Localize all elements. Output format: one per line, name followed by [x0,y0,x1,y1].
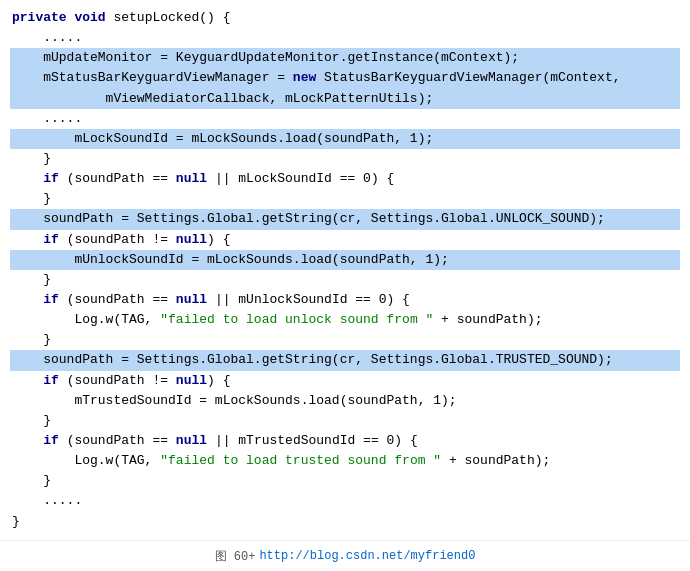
code-line-25: ..... [10,491,680,511]
code-line-4: mStatusBarKeyguardViewManager = new Stat… [10,68,680,88]
code-container: private void setupLocked() { ..... mUpda… [0,0,690,540]
code-line-23: Log.w(TAG, "failed to load trusted sound… [10,451,680,471]
code-line-9: if (soundPath == null || mLockSoundId ==… [10,169,680,189]
code-line-8: } [10,149,680,169]
code-line-11: soundPath = Settings.Global.getString(cr… [10,209,680,229]
code-line-22: if (soundPath == null || mTrustedSoundId… [10,431,680,451]
footer: 图 60+ http://blog.csdn.net/myfriend0 [0,540,690,571]
code-line-15: if (soundPath == null || mUnlockSoundId … [10,290,680,310]
code-line-2: ..... [10,28,680,48]
code-line-26: } [10,512,680,532]
code-line-18: soundPath = Settings.Global.getString(cr… [10,350,680,370]
code-line-20: mTrustedSoundId = mLockSounds.load(sound… [10,391,680,411]
code-line-16: Log.w(TAG, "failed to load unlock sound … [10,310,680,330]
code-line-21: } [10,411,680,431]
code-line-12: if (soundPath != null) { [10,230,680,250]
code-line-19: if (soundPath != null) { [10,371,680,391]
code-line-10: } [10,189,680,209]
code-line-24: } [10,471,680,491]
code-line-1: private void setupLocked() { [10,8,680,28]
code-line-6: ..... [10,109,680,129]
code-line-14: } [10,270,680,290]
code-line-3: mUpdateMonitor = KeyguardUpdateMonitor.g… [10,48,680,68]
code-line-17: } [10,330,680,350]
code-line-7: mLockSoundId = mLockSounds.load(soundPat… [10,129,680,149]
code-line-13: mUnlockSoundId = mLockSounds.load(soundP… [10,250,680,270]
footer-caption: 图 60+ [215,548,256,565]
footer-link[interactable]: http://blog.csdn.net/myfriend0 [259,549,475,563]
code-line-5: mViewMediatorCallback, mLockPatternUtils… [10,89,680,109]
